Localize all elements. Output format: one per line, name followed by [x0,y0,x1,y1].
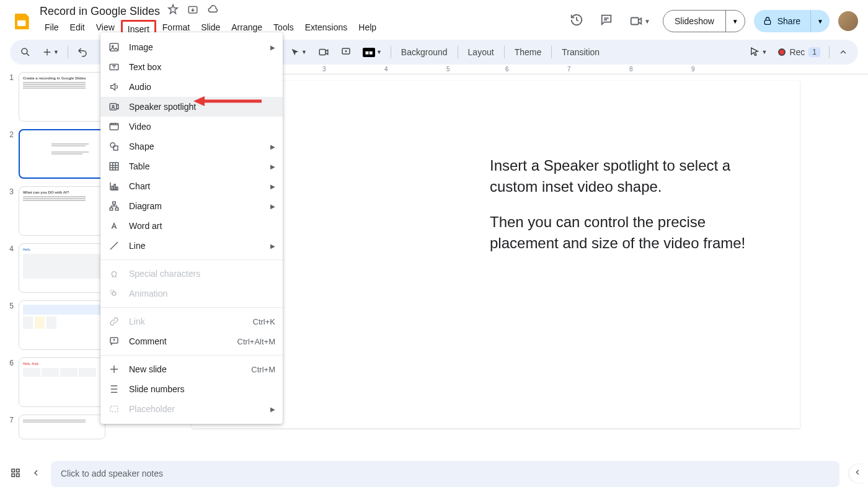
thumb-6[interactable]: Hello, Andy [19,357,105,407]
thumb-number: 1 [7,72,14,122]
cloud-icon[interactable] [207,4,219,19]
share-dropdown[interactable]: ▼ [810,10,830,32]
svg-rect-25 [110,406,118,412]
fill-tool[interactable]: ■■▼ [358,44,387,61]
side-panel-toggle[interactable] [849,464,866,483]
thumb-4[interactable]: Hello. [19,243,105,293]
line-icon [108,240,120,252]
undo-button[interactable] [72,43,93,61]
video-icon [108,120,120,133]
comments-icon[interactable] [596,9,617,33]
move-icon[interactable] [187,4,198,19]
thumb-5[interactable] [19,300,105,350]
thumb-number: 2 [7,129,14,179]
share-button: Share ▼ [754,10,830,32]
slideshow-dropdown[interactable]: ▼ [725,11,745,32]
rec-count-badge: 1 [808,47,820,57]
menu-edit[interactable]: Edit [65,20,90,38]
dd-comment[interactable]: CommentCtrl+Alt+M [100,331,283,351]
theme-button[interactable]: Theme [508,43,548,61]
thumb-number: 6 [7,357,14,407]
meet-icon[interactable]: ▼ [626,11,654,32]
menu-extensions[interactable]: Extensions [300,20,352,38]
speaker-notes-input[interactable]: Click to add speaker notes [51,461,839,487]
newslide-icon [108,363,120,375]
svg-rect-16 [112,186,113,190]
grid-view-icon[interactable] [10,467,21,481]
history-icon[interactable] [566,9,587,33]
transition-button[interactable]: Transition [556,43,606,61]
chevron-left-icon[interactable] [31,468,41,480]
camera-icon[interactable] [313,43,334,61]
arrow-tool[interactable]: ▼ [285,43,312,61]
svg-rect-3 [764,20,770,25]
svg-marker-27 [193,96,205,106]
dd-audio[interactable]: Audio [100,77,283,97]
dd-textbox[interactable]: Text box [100,57,283,77]
placeholder-icon [108,403,120,415]
star-icon[interactable] [167,4,179,19]
svg-rect-0 [17,20,25,26]
layout-button[interactable]: Layout [462,43,500,61]
thumb-3[interactable]: What can you DO with AI? [19,186,105,236]
dd-diagram[interactable]: Diagram▶ [100,196,283,216]
dd-placeholder: Placeholder▶ [100,399,283,419]
rec-button[interactable]: Rec 1 [773,43,825,61]
dd-slide-numbers[interactable]: Slide numbers [100,379,283,399]
dd-new-slide[interactable]: New slideCtrl+M [100,359,283,379]
chevron-right-icon: ▶ [270,183,275,190]
dd-shape[interactable]: Shape▶ [100,137,283,156]
thumb-2[interactable] [19,129,105,179]
chevron-right-icon: ▶ [270,143,275,150]
thumb-number: 3 [7,186,14,236]
svg-point-13 [110,143,115,148]
audio-icon [108,81,120,93]
slide-text-body[interactable]: Insert a Speaker spotlight to select a c… [490,155,763,253]
link-icon [108,315,120,328]
collapse-icon[interactable] [833,43,853,61]
rec-label: Rec [789,47,805,57]
shape-icon [108,140,120,153]
thumb-1[interactable]: Create a recording in Google Slides [19,72,105,122]
image-icon [108,41,120,53]
new-slide-button[interactable]: ▼ [37,43,64,61]
dd-image[interactable]: Image▶ [100,37,283,57]
app-logo[interactable] [10,9,35,34]
svg-point-11 [112,105,114,107]
svg-rect-31 [17,474,20,477]
background-button[interactable]: Background [395,43,454,61]
annotation-arrow [193,95,262,107]
dd-line[interactable]: Line▶ [100,236,283,256]
slideshow-main[interactable]: Slideshow [663,11,725,32]
diagram-icon [108,200,120,212]
share-main[interactable]: Share [754,16,810,26]
insert-menu-dropdown: Image▶ Text box Audio Speaker spotlight … [100,32,283,424]
svg-rect-21 [115,208,118,210]
dd-table[interactable]: Table▶ [100,156,283,176]
thumb-number: 4 [7,243,14,293]
menu-help[interactable]: Help [353,20,381,38]
slide-canvas[interactable]: Insert a Speaker spotlight to select a c… [192,81,800,428]
avatar[interactable] [838,11,858,31]
svg-rect-29 [17,469,20,472]
dd-animation: Animation [100,284,283,303]
pointer-icon[interactable]: ▼ [744,43,772,61]
chevron-right-icon: ▶ [270,406,275,413]
dd-video[interactable]: Video [100,117,283,137]
slidenum-icon [108,383,120,395]
svg-rect-28 [12,469,15,472]
doc-title[interactable]: Record in Google Slides [40,5,160,18]
dd-chart[interactable]: Chart▶ [100,176,283,196]
search-icon[interactable] [15,43,36,61]
comment-tool[interactable] [335,43,356,61]
comment-icon [108,335,120,348]
spotlight-icon [108,101,120,113]
menu-file[interactable]: File [40,20,64,38]
animation-icon [108,287,120,300]
notes-placeholder: Click to add speaker notes [61,469,163,478]
thumb-7[interactable] [19,415,105,439]
textbox-icon [108,61,120,73]
dd-wordart[interactable]: Word art [100,216,283,236]
share-label: Share [777,16,800,26]
chart-icon [108,180,120,192]
